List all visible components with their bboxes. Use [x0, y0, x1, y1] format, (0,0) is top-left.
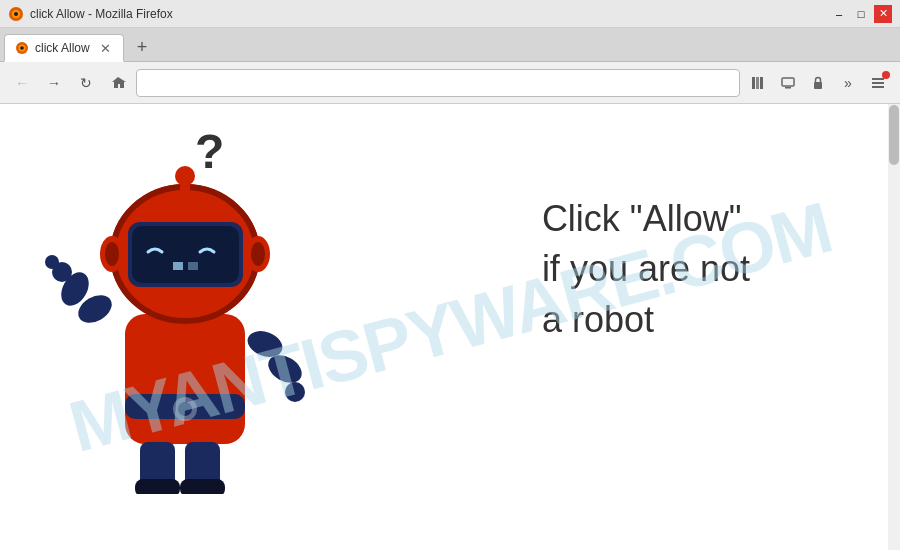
titlebar-controls: – □ ✕	[830, 5, 892, 23]
forward-button[interactable]: →	[40, 69, 68, 97]
notification-badge	[882, 71, 890, 79]
svg-point-25	[178, 402, 192, 416]
navbar: ← → ↻ »	[0, 62, 900, 104]
home-icon	[110, 75, 126, 91]
svg-point-38	[175, 166, 195, 186]
svg-point-2	[14, 12, 18, 16]
scrollbar[interactable]	[888, 104, 900, 550]
message-line1: Click "Allow"	[542, 194, 750, 244]
titlebar: click Allow - Mozilla Firefox – □ ✕	[0, 0, 900, 28]
svg-rect-11	[814, 82, 822, 89]
message-line3: a robot	[542, 295, 750, 345]
screen-svg-icon	[780, 75, 796, 91]
svg-rect-41	[135, 479, 180, 494]
tab-label: click Allow	[35, 41, 90, 55]
question-mark: ?	[195, 124, 224, 179]
message-line2: if you are not	[542, 244, 750, 294]
tab-close-button[interactable]: ✕	[97, 40, 113, 56]
svg-point-5	[20, 46, 24, 50]
svg-rect-30	[132, 226, 239, 283]
svg-rect-8	[760, 77, 763, 89]
scrollbar-thumb[interactable]	[889, 105, 899, 165]
more-tools-button[interactable]: »	[834, 69, 862, 97]
svg-rect-10	[785, 87, 791, 89]
tab-favicon-icon	[15, 41, 29, 55]
bookmarks-svg-icon	[750, 75, 766, 91]
svg-rect-32	[188, 262, 198, 270]
new-tab-button[interactable]: +	[128, 33, 156, 61]
svg-point-18	[45, 255, 59, 269]
lock-svg-icon	[810, 75, 826, 91]
robot-illustration: ?	[40, 124, 360, 504]
address-bar[interactable]	[136, 69, 740, 97]
svg-rect-14	[872, 86, 884, 88]
toolbar-icons: »	[744, 69, 892, 97]
screen-icon[interactable]	[774, 69, 802, 97]
svg-rect-7	[756, 77, 759, 89]
svg-point-36	[251, 242, 265, 266]
close-button[interactable]: ✕	[874, 5, 892, 23]
svg-rect-13	[872, 82, 884, 84]
tabbar: click Allow ✕ +	[0, 28, 900, 62]
firefox-logo-icon	[8, 6, 24, 22]
titlebar-title: click Allow - Mozilla Firefox	[30, 7, 173, 21]
svg-point-21	[285, 382, 305, 402]
minimize-button[interactable]: –	[830, 5, 848, 23]
svg-rect-6	[752, 77, 755, 89]
svg-rect-9	[782, 78, 794, 86]
menu-button[interactable]	[864, 69, 892, 97]
page-content: MYANTISPYWARE.COM ?	[0, 104, 900, 550]
reload-button[interactable]: ↻	[72, 69, 100, 97]
svg-point-34	[105, 242, 119, 266]
message-container: Click "Allow" if you are not a robot	[542, 194, 750, 345]
lock-icon[interactable]	[804, 69, 832, 97]
svg-rect-42	[180, 479, 225, 494]
svg-rect-22	[125, 314, 245, 444]
bookmarks-icon[interactable]	[744, 69, 772, 97]
back-button[interactable]: ←	[8, 69, 36, 97]
titlebar-left: click Allow - Mozilla Firefox	[8, 6, 173, 22]
maximize-button[interactable]: □	[852, 5, 870, 23]
robot-svg	[40, 124, 320, 494]
home-button[interactable]	[104, 69, 132, 97]
active-tab[interactable]: click Allow ✕	[4, 34, 124, 62]
svg-rect-31	[173, 262, 183, 270]
